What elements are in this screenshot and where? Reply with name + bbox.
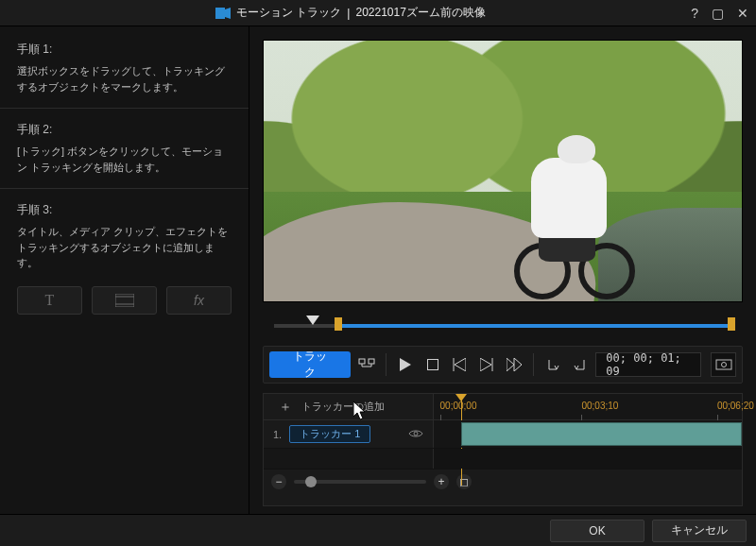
playback-toolbar: トラック 00; 00; 01; 09 [263, 346, 743, 384]
step1-body: 選択ボックスをドラッグして、トラッキングするオブジェクトをマークします。 [17, 63, 232, 94]
ruler-tick: 00;03;10 [581, 401, 618, 411]
tracker-clip[interactable] [461, 422, 742, 446]
stop-icon [427, 359, 438, 370]
add-title-button[interactable]: T [17, 286, 82, 315]
ruler-tick: 00;00;00 [440, 401, 477, 411]
playhead-marker-icon[interactable] [306, 316, 319, 325]
divider [0, 108, 249, 109]
zoom-slider[interactable] [294, 480, 426, 484]
mark-out-icon [573, 358, 588, 371]
tracker-lane[interactable] [434, 420, 742, 448]
cyclist-illustration [522, 129, 635, 290]
cancel-button[interactable]: キャンセル [652, 520, 747, 542]
prev-frame-button[interactable] [448, 351, 472, 378]
step3-body: タイトル、メディア クリップ、エフェクトをトラッキングするオブジェクトに追加しま… [17, 224, 232, 271]
divider [386, 353, 387, 376]
svg-marker-14 [514, 358, 522, 371]
step-forward-icon [480, 358, 493, 371]
range-slider[interactable] [263, 312, 743, 338]
mark-out-handle[interactable] [728, 317, 735, 331]
mark-out-button[interactable] [569, 351, 593, 378]
next-frame-button[interactable] [475, 351, 499, 378]
ruler-tick: 00;06;20 [717, 401, 754, 411]
maximize-button[interactable]: ▢ [712, 6, 724, 21]
fx-icon: fx [194, 293, 204, 308]
svg-rect-5 [359, 359, 365, 364]
play-button[interactable] [394, 351, 418, 378]
dialog-footer: OK キャンセル [0, 514, 756, 546]
divider [533, 353, 534, 376]
video-preview[interactable] [263, 40, 743, 302]
svg-point-17 [414, 432, 418, 435]
svg-marker-7 [400, 358, 411, 371]
stop-button[interactable] [421, 351, 444, 378]
ok-button[interactable]: OK [550, 520, 644, 542]
timecode-display[interactable]: 00; 00; 01; 09 [595, 352, 701, 377]
add-tracker-button[interactable]: ＋ トラッカーの追加 [264, 394, 434, 419]
title-bar: モーション トラック | 20221017ズーム前の映像 ? ▢ ✕ [0, 0, 756, 26]
tracker-row: 1. トラッカー 1 [264, 420, 742, 449]
timeline-panel: ＋ トラッカーの追加 00;00;00 00;03;10 00;06;20 1.… [263, 393, 743, 506]
plus-icon: ＋ [279, 399, 292, 416]
eye-icon [408, 428, 423, 439]
step2-body: [トラック] ボタンをクリックして、モーション トラッキングを開始します。 [17, 144, 232, 175]
svg-marker-11 [480, 358, 491, 371]
zoom-fit-button[interactable]: ◻ [456, 474, 472, 489]
svg-rect-2 [115, 294, 134, 307]
instructions-panel: 手順 1: 選択ボックスをドラッグして、トラッキングするオブジェクトをマークしま… [0, 26, 249, 514]
window-title: モーション トラック | 20221017ズーム前の映像 [215, 5, 486, 21]
svg-marker-13 [507, 358, 514, 371]
zoom-out-button[interactable]: − [271, 474, 286, 489]
fullscreen-preview-button[interactable] [711, 352, 736, 377]
play-icon [400, 358, 411, 371]
help-button[interactable]: ? [691, 6, 698, 21]
app-icon [215, 8, 231, 19]
step3-title: 手順 3: [17, 202, 232, 218]
divider [0, 188, 249, 189]
svg-point-16 [721, 363, 726, 367]
mark-in-button[interactable] [541, 351, 565, 378]
fast-forward-icon [507, 358, 522, 371]
step1-title: 手順 1: [17, 42, 232, 58]
mark-in-icon [545, 358, 560, 371]
close-button[interactable]: ✕ [737, 6, 748, 21]
svg-rect-6 [369, 359, 374, 364]
mark-in-handle[interactable] [335, 317, 342, 331]
timeline-zoom-bar: − + ◻ [264, 469, 742, 494]
eye-rect-icon [715, 359, 732, 370]
main-panel: トラック 00; 00; 01; 09 ＋ トラッカーの追加 [249, 26, 756, 514]
zoom-thumb[interactable] [305, 476, 317, 487]
add-tracker-label: トラッカーの追加 [301, 400, 385, 414]
track-button[interactable]: トラック [269, 351, 351, 378]
tracker-options-icon [358, 358, 375, 371]
svg-rect-8 [427, 359, 438, 370]
svg-rect-0 [215, 8, 225, 19]
track-options-button[interactable] [354, 351, 378, 378]
zoom-in-button[interactable]: + [434, 474, 449, 489]
text-icon: T [45, 292, 55, 309]
step2-title: 手順 2: [17, 122, 232, 138]
step-back-icon [453, 358, 466, 371]
track-index: 1. [273, 429, 282, 440]
tracker-name-button[interactable]: トラッカー 1 [289, 425, 370, 443]
media-clip-icon [115, 294, 134, 307]
add-media-button[interactable] [92, 286, 157, 315]
tracker-visibility-toggle[interactable] [408, 428, 423, 441]
timeline-ruler[interactable]: 00;00;00 00;03;10 00;06;20 [434, 394, 742, 419]
add-effect-button[interactable]: fx [166, 286, 232, 315]
svg-rect-15 [716, 360, 731, 369]
fast-forward-button[interactable] [502, 351, 525, 378]
svg-marker-1 [225, 8, 231, 19]
svg-marker-9 [455, 358, 466, 371]
